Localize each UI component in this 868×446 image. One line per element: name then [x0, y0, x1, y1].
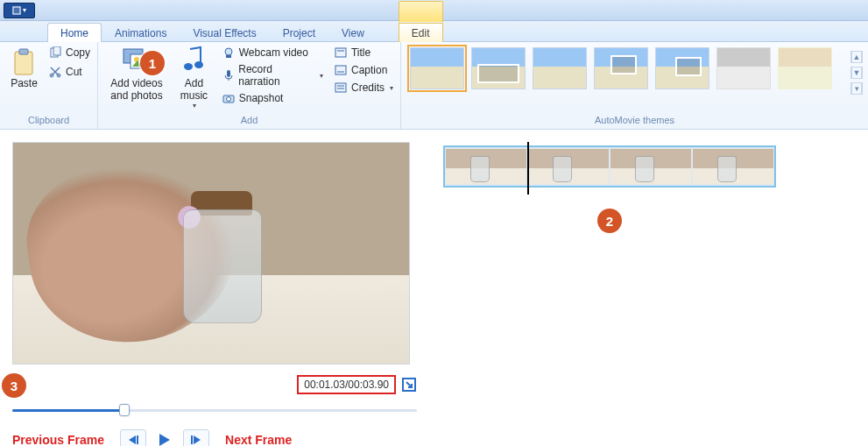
clipboard-icon — [11, 47, 36, 77]
theme-thumb-1[interactable] — [410, 47, 464, 89]
group-label-clipboard: Clipboard — [7, 113, 90, 127]
theme-thumb-5[interactable] — [655, 47, 709, 89]
cut-label: Cut — [66, 66, 82, 78]
gallery-down-button[interactable]: ▼ — [850, 67, 863, 79]
group-label-add: Add — [105, 113, 393, 127]
svg-point-12 — [194, 61, 203, 68]
copy-icon — [48, 46, 62, 60]
group-clipboard: Paste Copy Cut Clipboard — [0, 42, 98, 129]
expand-icon: ▾ — [851, 82, 862, 95]
copy-label: Copy — [66, 46, 90, 59]
snapshot-label: Snapshot — [239, 92, 284, 104]
chevron-down-icon: ▾ — [390, 84, 393, 92]
gallery-up-button[interactable]: ▲ — [850, 51, 863, 63]
microphone-icon — [222, 68, 236, 82]
cut-button[interactable]: Cut — [48, 65, 90, 79]
next-frame-button[interactable] — [183, 429, 209, 446]
svg-rect-30 — [191, 435, 193, 444]
seek-knob[interactable] — [119, 404, 130, 416]
fullscreen-button[interactable] — [401, 377, 417, 393]
svg-marker-29 — [159, 434, 170, 446]
play-button[interactable] — [152, 429, 178, 446]
timeline-pane: 2 — [443, 142, 776, 446]
camera-icon — [222, 91, 236, 105]
webcam-label: Webcam video — [239, 46, 308, 59]
credits-label: Credits — [351, 81, 385, 94]
timeline-playhead[interactable] — [527, 142, 529, 195]
film-icon — [12, 6, 21, 15]
step-forward-icon — [188, 434, 204, 446]
webcam-icon — [222, 46, 236, 60]
svg-point-11 — [184, 63, 193, 70]
svg-rect-28 — [137, 435, 138, 444]
theme-thumb-3[interactable] — [533, 47, 587, 89]
preview-pane: 00:01.03/00:03.90 Previous Frame — [12, 142, 417, 446]
chevron-down-icon: ▾ — [23, 6, 26, 14]
caption-icon — [334, 63, 348, 77]
credits-icon — [334, 81, 348, 95]
svg-point-18 — [226, 97, 230, 102]
gallery-expand-button[interactable]: ▾ — [850, 82, 863, 95]
title-label: Title — [351, 46, 370, 59]
title-icon — [334, 46, 348, 60]
scissors-icon — [48, 65, 62, 79]
tab-project[interactable]: Project — [270, 23, 328, 42]
chevron-down-icon: ▾ — [193, 102, 196, 110]
transport-controls: Previous Frame Next Frame — [12, 429, 417, 446]
main-area: 3 00:01.03/00:03.90 Previous Frame — [0, 130, 868, 446]
paste-button[interactable]: Paste — [7, 46, 41, 91]
svg-rect-14 — [226, 55, 231, 58]
svg-point-10 — [134, 57, 139, 62]
previous-frame-label: Previous Frame — [12, 433, 104, 446]
previous-frame-button[interactable] — [120, 429, 146, 446]
svg-rect-23 — [335, 83, 346, 92]
next-frame-label: Next Frame — [225, 433, 292, 446]
svg-rect-21 — [335, 66, 346, 74]
chevron-up-icon: ▲ — [851, 51, 862, 63]
video-preview[interactable] — [12, 142, 410, 365]
app-menu-button[interactable]: ▾ — [4, 3, 35, 18]
add-music-button[interactable]: Add music▾ — [173, 46, 215, 110]
play-icon — [157, 433, 173, 446]
theme-thumb-6[interactable] — [716, 47, 771, 89]
timeline-clip[interactable] — [443, 145, 776, 188]
title-button[interactable]: Title — [334, 46, 393, 60]
credits-button[interactable]: Credits▾ — [334, 81, 393, 95]
theme-thumb-2[interactable] — [471, 47, 526, 89]
caption-button[interactable]: Caption — [334, 63, 393, 77]
add-music-label: Add music — [180, 77, 208, 102]
copy-button[interactable]: Copy — [48, 46, 90, 60]
step-back-icon — [125, 434, 141, 446]
seek-bar[interactable] — [12, 403, 417, 417]
paste-label: Paste — [11, 77, 38, 89]
automovie-theme-gallery[interactable] — [410, 47, 859, 89]
tab-animations[interactable]: Animations — [102, 23, 180, 42]
ribbon: Paste Copy Cut Clipboard Add vide — [0, 42, 868, 130]
theme-thumb-4[interactable] — [594, 47, 648, 89]
svg-rect-3 — [19, 49, 28, 54]
chevron-down-icon: ▼ — [851, 67, 862, 79]
tab-view[interactable]: View — [328, 23, 378, 42]
tab-home[interactable]: Home — [47, 23, 102, 42]
chevron-down-icon: ▾ — [320, 72, 323, 80]
theme-thumb-7[interactable] — [778, 47, 832, 89]
ribbon-tabs: Home Animations Visual Effects Project V… — [0, 21, 868, 42]
tab-edit[interactable]: Edit — [399, 23, 443, 42]
group-label-automovie: AutoMovie themes — [410, 113, 859, 127]
contextual-tab-header — [399, 1, 443, 22]
svg-marker-27 — [129, 435, 136, 444]
svg-rect-15 — [227, 70, 230, 77]
webcam-video-button[interactable]: Webcam video — [222, 46, 323, 60]
snapshot-button[interactable]: Snapshot — [222, 91, 323, 105]
svg-rect-2 — [15, 52, 32, 74]
svg-point-13 — [225, 48, 232, 55]
svg-marker-31 — [194, 435, 201, 444]
record-narration-button[interactable]: Record narration▾ — [222, 63, 323, 88]
record-narration-label: Record narration — [238, 63, 314, 88]
caption-label: Caption — [351, 64, 387, 76]
timecode-display: 00:01.03/00:03.90 — [297, 375, 396, 394]
add-videos-photos-label: Add videos and photos — [110, 77, 162, 102]
tab-visual-effects[interactable]: Visual Effects — [180, 23, 269, 42]
annotation-badge-3: 3 — [2, 373, 26, 398]
annotation-badge-1: 1 — [140, 51, 165, 75]
